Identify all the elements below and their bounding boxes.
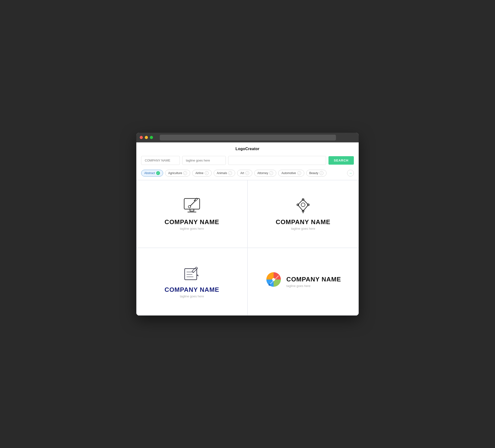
minimize-dot[interactable] bbox=[145, 136, 148, 139]
filter-chip-art[interactable]: Art✓ bbox=[237, 170, 252, 177]
chip-label: Beauty bbox=[309, 171, 318, 175]
filter-chip-airline[interactable]: Airline✓ bbox=[192, 170, 211, 177]
chip-label: Art bbox=[240, 171, 244, 175]
svg-line-3 bbox=[190, 201, 195, 206]
svg-rect-1 bbox=[190, 209, 194, 211]
logo-grid: COMPANY NAME tagline goes here COMPANY N… bbox=[136, 180, 359, 316]
keyword-input[interactable] bbox=[228, 156, 326, 165]
company-name-input[interactable] bbox=[141, 156, 180, 165]
chip-label: Agriculture bbox=[168, 171, 182, 175]
filter-row: Abstract✓Agriculture✓Airline✓Animals✓Art… bbox=[136, 168, 359, 180]
logo-icon-3 bbox=[182, 265, 202, 282]
filter-chip-beauty[interactable]: Beauty✓ bbox=[306, 170, 327, 177]
logo-card-2[interactable]: COMPANY NAME tagline goes here bbox=[248, 180, 359, 248]
logo-icon-4 bbox=[265, 271, 282, 288]
svg-rect-0 bbox=[184, 198, 200, 209]
chip-label: Animals bbox=[217, 171, 227, 175]
filter-chip-agriculture[interactable]: Agriculture✓ bbox=[165, 170, 190, 177]
app-title: LogoCreator bbox=[136, 142, 359, 154]
logo-icon-2 bbox=[293, 197, 313, 214]
chip-check-icon: ✓ bbox=[228, 171, 232, 175]
chip-label: Abstract bbox=[144, 171, 155, 175]
logo-card-3[interactable]: COMPANY NAME tagline goes here bbox=[136, 248, 248, 316]
chip-check-icon: ✓ bbox=[156, 171, 160, 175]
chip-check-icon: ✓ bbox=[183, 171, 187, 175]
logo-tagline-1: tagline goes here bbox=[180, 227, 204, 230]
svg-point-4 bbox=[188, 206, 191, 208]
logo-icon-1 bbox=[182, 197, 202, 214]
chip-check-icon: ✓ bbox=[205, 171, 209, 175]
logo-tagline-4: tagline goes here bbox=[286, 284, 341, 288]
filter-next-button[interactable]: → bbox=[347, 170, 354, 177]
filter-chip-animals[interactable]: Animals✓ bbox=[214, 170, 235, 177]
tagline-input[interactable] bbox=[182, 156, 226, 165]
filter-chip-abstract[interactable]: Abstract✓ bbox=[141, 170, 163, 177]
logo-tagline-3: tagline goes here bbox=[180, 294, 204, 298]
logo-company-name-1: COMPANY NAME bbox=[165, 218, 219, 226]
logo-company-name-4: COMPANY NAME bbox=[286, 276, 341, 283]
chip-check-icon: ✓ bbox=[297, 171, 301, 175]
svg-point-12 bbox=[301, 203, 305, 207]
chip-check-icon: ✓ bbox=[269, 171, 273, 175]
logo-text-block-4: COMPANY NAME tagline goes here bbox=[286, 276, 341, 288]
svg-point-22 bbox=[269, 284, 271, 286]
titlebar bbox=[136, 133, 359, 142]
chip-label: Airline bbox=[195, 171, 203, 175]
logo-company-name-3: COMPANY NAME bbox=[165, 286, 219, 294]
logo-company-name-2: COMPANY NAME bbox=[276, 218, 330, 226]
chip-check-icon: ✓ bbox=[245, 171, 249, 175]
logo-tagline-2: tagline goes here bbox=[291, 227, 315, 230]
logo-card-4[interactable]: COMPANY NAME tagline goes here bbox=[248, 248, 359, 316]
svg-marker-7 bbox=[298, 199, 308, 211]
close-dot[interactable] bbox=[140, 136, 143, 139]
search-row: SEARCH bbox=[136, 154, 359, 168]
url-bar[interactable] bbox=[160, 135, 336, 140]
app-window: LogoCreator SEARCH Abstract✓Agriculture✓… bbox=[136, 133, 359, 316]
search-button[interactable]: SEARCH bbox=[329, 156, 354, 165]
chip-label: Automotive bbox=[281, 171, 296, 175]
filter-chip-automotive[interactable]: Automotive✓ bbox=[278, 170, 304, 177]
chip-check-icon: ✓ bbox=[319, 171, 323, 175]
svg-rect-14 bbox=[185, 269, 197, 280]
filter-chip-attorney[interactable]: Attorney✓ bbox=[254, 170, 276, 177]
chip-label: Attorney bbox=[257, 171, 268, 175]
logo-card-1[interactable]: COMPANY NAME tagline goes here bbox=[136, 180, 248, 248]
maximize-dot[interactable] bbox=[150, 136, 153, 139]
